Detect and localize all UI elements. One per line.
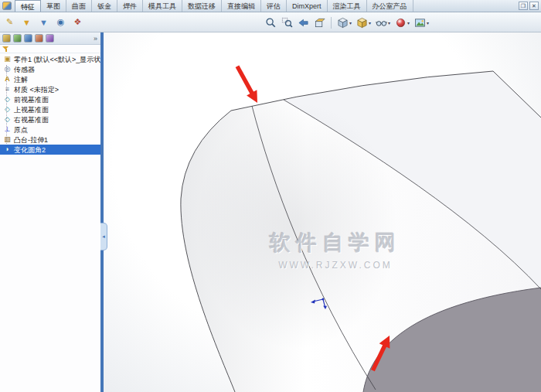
boss-extrude-icon: ▧ [3, 135, 12, 144]
tab-dimxpert[interactable]: DimXpert [287, 0, 328, 12]
section-view-button[interactable] [312, 15, 327, 30]
featuremanager-panel: » ▣ 零件1 (默认<<默认>_显示状态... ◎ 传感器 A 注解 ≡ 材质… [0, 32, 100, 392]
tree-item-label: 凸台-拉伸1 [14, 135, 48, 145]
tab-sheet-metal[interactable]: 钣金 [92, 0, 117, 12]
commandmanager-tabbar: 特征 草图 曲面 钣金 焊件 模具工具 数据迁移 直接编辑 评估 DimXper… [0, 0, 541, 12]
tree-item-origin[interactable]: ⊥ 原点 [0, 124, 100, 135]
appearance-icon: ❖ [74, 17, 82, 27]
toolbar-strip: ✎ ▼ ▼ ◉ ❖ ▾ [0, 12, 541, 32]
app-icon [2, 2, 12, 10]
chevron-down-icon: ▾ [427, 20, 429, 26]
tab-features[interactable]: 特征 [15, 0, 41, 12]
tree-item-material[interactable]: ≡ 材质 <未指定> [0, 84, 100, 94]
annotation-arrow-top [232, 63, 262, 106]
pencil-toolbar-button[interactable]: ✎ [2, 15, 17, 29]
display-style-icon [356, 17, 368, 29]
tree-filter-funnel-icon[interactable] [2, 46, 9, 53]
tree-item-variable-fillet2[interactable]: ◗ 变化圆角2 [0, 145, 100, 155]
previous-view-button[interactable] [296, 15, 311, 30]
tab-mold-tools[interactable]: 模具工具 [143, 0, 182, 12]
tree-item-label: 上视基准面 [14, 105, 49, 114]
tab-weldments[interactable]: 焊件 [117, 0, 143, 12]
tree-item-label: 原点 [14, 125, 28, 135]
tree-item-sensors[interactable]: ◎ 传感器 [0, 64, 100, 74]
graphics-area: 软件自学网 WWW.RJZXW.COM [104, 32, 541, 392]
propertymanager-tab[interactable] [13, 34, 22, 43]
part-icon: ▣ [3, 55, 12, 63]
sensors-icon: ◎ [3, 65, 12, 73]
fillet-icon: ◗ [3, 145, 12, 154]
panel-overflow-chevron[interactable]: » [93, 35, 98, 43]
plane-icon: ◇ [3, 95, 12, 104]
tab-evaluate[interactable]: 评估 [261, 0, 287, 12]
glasses-icon [376, 17, 387, 29]
plane-icon: ◇ [3, 105, 12, 114]
tab-sketch[interactable]: 草图 [41, 0, 66, 12]
annotations-icon: A [3, 75, 12, 84]
appearance-toolbar-button[interactable]: ❖ [70, 15, 85, 29]
tree-item-label: 零件1 (默认<<默认>_显示状态... [14, 55, 100, 64]
3d-viewport[interactable] [104, 32, 541, 392]
tree-item-top-plane[interactable]: ◇ 上视基准面 [0, 104, 100, 114]
featuremanager-tree-tab[interactable] [2, 34, 11, 43]
filter-add-toolbar-button[interactable]: ▼ [36, 15, 51, 29]
filter-funnel-icon: ▼ [22, 18, 31, 27]
filter-add-icon: ▼ [39, 18, 48, 27]
tab-render-tools[interactable]: 渲染工具 [328, 0, 367, 12]
zoom-fit-button[interactable] [264, 15, 278, 30]
view-orientation-cube-icon [337, 17, 349, 29]
zoom-fit-icon [265, 17, 277, 29]
filter-toolbar-button[interactable]: ▼ [19, 15, 34, 29]
zoom-area-button[interactable] [280, 15, 294, 30]
view-orientation-button[interactable]: ▾ [335, 15, 353, 30]
tree-item-boss-extrude1[interactable]: ▧ 凸台-拉伸1 [0, 135, 100, 145]
tree-item-part-root[interactable]: ▣ 零件1 (默认<<默认>_显示状态... [0, 54, 100, 64]
tree-item-label: 右视基准面 [14, 115, 49, 124]
tree-item-label: 变化圆角2 [14, 145, 46, 155]
featuremanager-tab-row: » [0, 32, 100, 45]
tree-item-label: 前视基准面 [14, 95, 49, 104]
model-shading [196, 102, 397, 349]
tree-item-front-plane[interactable]: ◇ 前视基准面 [0, 94, 100, 104]
tab-office-products[interactable]: 办公室产品 [367, 0, 413, 12]
tree-item-label: 传感器 [14, 65, 35, 74]
section-view-icon [314, 17, 325, 29]
tab-data-migration[interactable]: 数据迁移 [182, 0, 222, 12]
tab-direct-editing[interactable]: 直接编辑 [222, 0, 261, 12]
plane-icon: ◇ [3, 115, 12, 124]
tree-filter-row [0, 45, 100, 53]
headsup-view-toolbar: ▾ ▾ ▾ ▾ ▾ [264, 15, 430, 30]
chevron-down-icon: ▾ [369, 20, 371, 26]
quick-toolbar: ✎ ▼ ▼ ◉ ❖ [2, 15, 85, 29]
displaymanager-tab[interactable] [46, 34, 54, 43]
configurationmanager-tab[interactable] [24, 34, 32, 43]
origin-icon: ⊥ [3, 125, 12, 134]
toolbar-separator [331, 17, 332, 29]
solidworks-window: 特征 草图 曲面 钣金 焊件 模具工具 数据迁移 直接编辑 评估 DimXper… [0, 0, 541, 392]
dimxpertmanager-tab[interactable] [35, 34, 43, 43]
close-window-button[interactable]: ✕ [529, 2, 539, 10]
material-icon: ≡ [3, 85, 12, 94]
document-window-controls: ❐ ✕ [519, 2, 539, 10]
feature-tree: ▣ 零件1 (默认<<默认>_显示状态... ◎ 传感器 A 注解 ≡ 材质 <… [0, 53, 100, 155]
tree-item-right-plane[interactable]: ◇ 右视基准面 [0, 114, 100, 124]
panel-collapse-handle[interactable]: ◂ [100, 223, 107, 251]
zoom-area-icon [281, 17, 293, 29]
edit-appearance-button[interactable]: ▾ [393, 15, 411, 30]
chevron-down-icon: ▾ [349, 20, 352, 26]
hide-show-items-button[interactable]: ▾ [374, 15, 392, 30]
appearance-ball-icon [395, 17, 407, 29]
tree-item-annotations[interactable]: A 注解 [0, 74, 100, 84]
tree-item-label: 注解 [14, 75, 28, 84]
eye-toolbar-button[interactable]: ◉ [53, 15, 68, 29]
tree-item-label: 材质 <未指定> [14, 85, 59, 94]
previous-view-icon [298, 17, 309, 29]
tab-surfaces[interactable]: 曲面 [66, 0, 92, 12]
apply-scene-button[interactable]: ▾ [413, 15, 430, 30]
restore-window-button[interactable]: ❐ [519, 2, 528, 10]
scene-photo-icon [414, 17, 426, 29]
display-style-button[interactable]: ▾ [355, 15, 373, 30]
chevron-down-icon: ▾ [388, 20, 390, 26]
eye-icon: ◉ [57, 17, 65, 27]
chevron-down-icon: ▾ [407, 20, 410, 26]
